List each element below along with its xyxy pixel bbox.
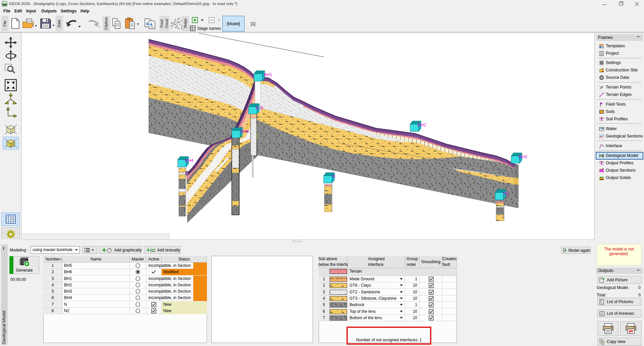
svg-text:BH3: BH3: [519, 154, 527, 159]
svg-text:BH2: BH2: [418, 122, 426, 127]
svg-text:B I5: B I5: [256, 105, 263, 110]
svg-text:N: N: [332, 174, 335, 179]
svg-text:BH4: BH4: [185, 158, 193, 163]
svg-text:N2: N2: [503, 191, 509, 196]
svg-text:BH1: BH1: [264, 72, 272, 77]
svg-text:BH6: BH6: [240, 129, 249, 134]
